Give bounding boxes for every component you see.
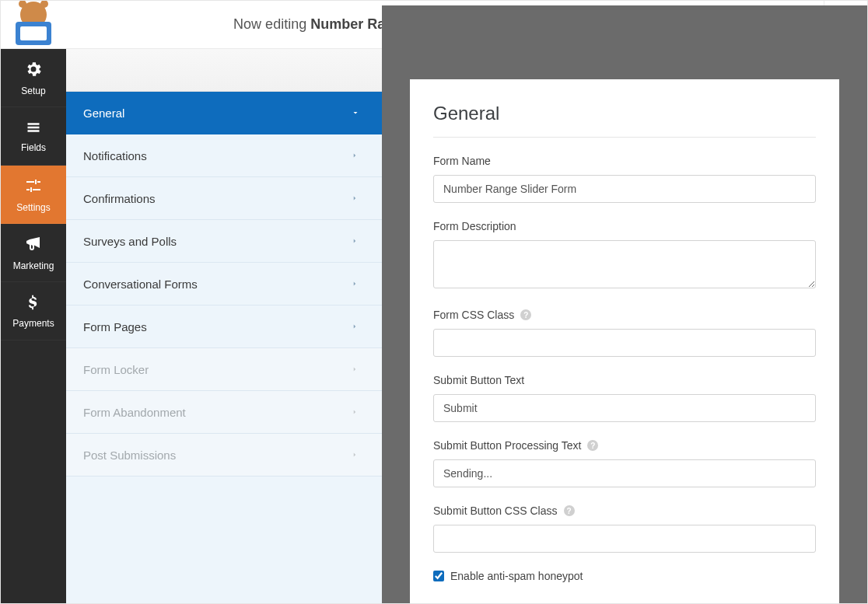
settings-item-notifications[interactable]: Notifications	[66, 134, 382, 177]
nav-label: Setup	[21, 86, 45, 96]
field-submit-text: Submit Button Text	[433, 374, 816, 422]
settings-item-label: Form Pages	[83, 320, 147, 333]
subpanel-header: Settings	[66, 49, 382, 92]
settings-general-card: General Form Name Form Description Form …	[410, 79, 839, 603]
nav-marketing[interactable]: Marketing	[1, 224, 66, 282]
list-icon	[24, 120, 43, 138]
field-label: Submit Button Processing Text	[433, 439, 581, 452]
form-css-class-input[interactable]	[433, 329, 816, 357]
chevron-right-icon	[351, 323, 362, 330]
field-form-css-class: Form CSS Class ?	[433, 309, 816, 357]
field-honeypot: Enable anti-spam honeypot	[433, 570, 816, 582]
field-label: Form Name	[433, 155, 816, 167]
submit-text-input[interactable]	[433, 394, 816, 422]
settings-item-general[interactable]: General	[66, 92, 382, 134]
settings-list: General Notifications Confirmations Surv…	[66, 92, 382, 477]
chevron-right-icon	[351, 280, 362, 288]
chevron-right-icon	[351, 451, 362, 459]
main-layout: Setup Fields Settings Marketing Payments	[1, 49, 867, 603]
settings-item-form-abandonment[interactable]: Form Abandonment	[66, 391, 382, 434]
chevron-right-icon	[351, 194, 362, 202]
settings-item-label: Conversational Forms	[83, 278, 198, 291]
field-label: Form CSS Class	[433, 309, 514, 321]
settings-item-label: Post Submissions	[83, 449, 176, 462]
settings-item-form-pages[interactable]: Form Pages	[66, 305, 382, 348]
settings-item-surveys[interactable]: Surveys and Polls	[66, 220, 382, 263]
bullhorn-icon	[24, 235, 43, 256]
field-submit-css-class: Submit Button CSS Class ?	[433, 504, 816, 553]
settings-item-label: Confirmations	[83, 192, 156, 205]
wpforms-logo-icon	[9, 5, 58, 45]
nav-label: Fields	[21, 142, 46, 153]
nav-settings[interactable]: Settings	[1, 166, 66, 224]
settings-item-label: Notifications	[83, 149, 147, 162]
nav-label: Marketing	[13, 260, 54, 271]
nav-label: Payments	[12, 318, 54, 329]
submit-processing-input[interactable]	[433, 459, 816, 487]
editing-prefix: Now editing	[233, 16, 306, 32]
chevron-right-icon	[351, 237, 362, 245]
content-heading: General	[433, 103, 816, 138]
help-icon[interactable]: ?	[520, 309, 531, 320]
settings-item-post-submissions[interactable]: Post Submissions	[66, 434, 382, 477]
nav-fields[interactable]: Fields	[1, 107, 66, 166]
field-label: Submit Button CSS Class	[433, 504, 558, 517]
left-nav: Setup Fields Settings Marketing Payments	[1, 49, 66, 603]
settings-item-label: General	[83, 106, 124, 120]
gear-icon	[24, 60, 43, 81]
sliders-icon	[24, 176, 43, 197]
field-label: Form Description	[433, 220, 816, 232]
chevron-right-icon	[351, 365, 362, 373]
settings-item-label: Form Locker	[83, 363, 149, 376]
app-logo	[1, 1, 66, 49]
chevron-right-icon	[351, 408, 362, 416]
form-description-input[interactable]	[433, 240, 816, 288]
honeypot-label: Enable anti-spam honeypot	[450, 570, 583, 582]
chevron-right-icon	[351, 152, 362, 159]
nav-label: Settings	[16, 202, 50, 213]
field-label: Submit Button Text	[433, 374, 816, 386]
dollar-icon	[25, 294, 42, 313]
field-submit-processing: Submit Button Processing Text ?	[433, 439, 816, 487]
submit-css-class-input[interactable]	[433, 525, 816, 553]
settings-item-confirmations[interactable]: Confirmations	[66, 177, 382, 220]
help-icon[interactable]: ?	[587, 440, 598, 451]
settings-subpanel: Settings General Notifications Confirmat…	[66, 49, 382, 603]
honeypot-checkbox[interactable]	[433, 571, 444, 581]
preview-area: General Form Name Form Description Form …	[382, 5, 867, 603]
nav-setup[interactable]: Setup	[1, 49, 66, 107]
settings-item-conversational[interactable]: Conversational Forms	[66, 263, 382, 305]
field-form-description: Form Description	[433, 220, 816, 292]
nav-payments[interactable]: Payments	[1, 282, 66, 340]
form-name-input[interactable]	[433, 175, 816, 203]
settings-item-form-locker[interactable]: Form Locker	[66, 348, 382, 391]
settings-item-label: Surveys and Polls	[83, 235, 177, 248]
settings-item-label: Form Abandonment	[83, 406, 186, 419]
field-form-name: Form Name	[433, 155, 816, 203]
help-icon[interactable]: ?	[564, 505, 575, 516]
chevron-down-icon	[351, 108, 362, 117]
